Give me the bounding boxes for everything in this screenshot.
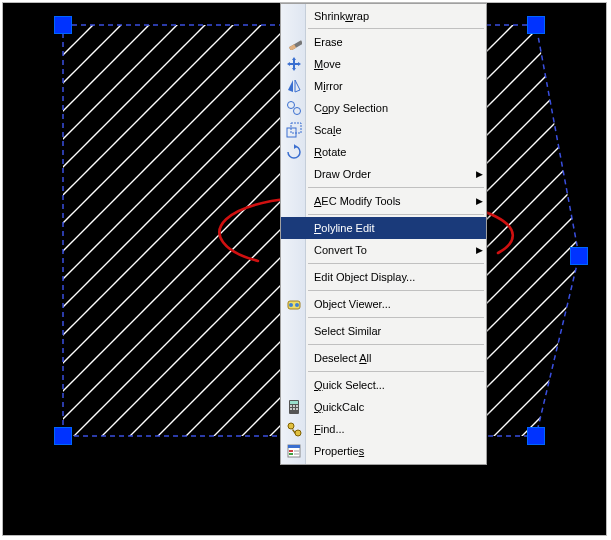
- drawing-viewport: Shrinkwrap Erase Move Mirror: [2, 2, 607, 536]
- grip-handle[interactable]: [527, 427, 545, 445]
- svg-point-11: [295, 303, 299, 307]
- copy-selection-icon: [281, 100, 306, 116]
- menu-label: Shrinkwrap: [306, 10, 486, 22]
- menu-label: Find...: [306, 423, 486, 435]
- menu-label: AEC Modify Tools: [306, 195, 472, 207]
- menu-copy-selection[interactable]: Copy Selection: [281, 97, 486, 119]
- menu-separator: [308, 187, 484, 188]
- menu-label: Polyline Edit: [306, 222, 486, 234]
- svg-rect-25: [289, 453, 293, 455]
- menu-separator: [308, 344, 484, 345]
- grip-handle[interactable]: [54, 16, 72, 34]
- menu-draw-order[interactable]: Draw Order ▶: [281, 163, 486, 185]
- svg-rect-13: [290, 401, 298, 404]
- menu-label: Deselect All: [306, 352, 486, 364]
- menu-move[interactable]: Move: [281, 53, 486, 75]
- properties-icon: [281, 443, 306, 459]
- context-menu-items: Shrinkwrap Erase Move Mirror: [281, 4, 486, 464]
- menu-label: Move: [306, 58, 486, 70]
- menu-label: Scale: [306, 124, 486, 136]
- menu-label: Rotate: [306, 146, 486, 158]
- svg-point-5: [287, 102, 294, 109]
- svg-point-21: [295, 430, 301, 436]
- menu-label: Quick Select...: [306, 379, 486, 391]
- scale-icon: [281, 122, 306, 138]
- mirror-icon: [281, 78, 306, 94]
- menu-label: Object Viewer...: [306, 298, 486, 310]
- find-icon: [281, 421, 306, 437]
- menu-rotate[interactable]: Rotate: [281, 141, 486, 163]
- svg-rect-19: [296, 408, 298, 410]
- menu-label: Copy Selection: [306, 102, 486, 114]
- menu-separator: [308, 214, 484, 215]
- svg-point-10: [289, 303, 293, 307]
- submenu-arrow-icon: ▶: [472, 196, 486, 206]
- svg-rect-14: [290, 405, 292, 407]
- menu-mirror[interactable]: Mirror: [281, 75, 486, 97]
- menu-label: Erase: [306, 36, 486, 48]
- grip-handle[interactable]: [570, 247, 588, 265]
- grip-handle[interactable]: [54, 427, 72, 445]
- menu-label: Properties: [306, 445, 486, 457]
- submenu-arrow-icon: ▶: [472, 169, 486, 179]
- svg-rect-23: [288, 445, 300, 448]
- menu-separator: [308, 263, 484, 264]
- menu-separator: [308, 317, 484, 318]
- svg-point-6: [293, 108, 300, 115]
- menu-label: Mirror: [306, 80, 486, 92]
- grip-handle[interactable]: [527, 16, 545, 34]
- svg-rect-24: [289, 450, 293, 452]
- menu-label: Edit Object Display...: [306, 271, 486, 283]
- svg-rect-15: [293, 405, 295, 407]
- menu-label: QuickCalc: [306, 401, 486, 413]
- svg-rect-26: [294, 450, 299, 452]
- svg-point-20: [288, 423, 294, 429]
- menu-separator: [308, 290, 484, 291]
- menu-scale[interactable]: Scale: [281, 119, 486, 141]
- menu-quickcalc[interactable]: QuickCalc: [281, 396, 486, 418]
- menu-quick-select[interactable]: Quick Select...: [281, 374, 486, 396]
- svg-rect-16: [296, 405, 298, 407]
- menu-select-similar[interactable]: Select Similar: [281, 320, 486, 342]
- menu-erase[interactable]: Erase: [281, 31, 486, 53]
- menu-aec-modify-tools[interactable]: AEC Modify Tools ▶: [281, 190, 486, 212]
- rotate-icon: [281, 144, 306, 160]
- context-menu: Shrinkwrap Erase Move Mirror: [280, 3, 487, 465]
- quickcalc-icon: [281, 399, 306, 415]
- menu-label: Select Similar: [306, 325, 486, 337]
- menu-edit-object-display[interactable]: Edit Object Display...: [281, 266, 486, 288]
- object-viewer-icon: [281, 296, 306, 312]
- menu-find[interactable]: Find...: [281, 418, 486, 440]
- menu-label: Convert To: [306, 244, 472, 256]
- menu-polyline-edit[interactable]: Polyline Edit: [281, 217, 486, 239]
- move-icon: [281, 56, 306, 72]
- svg-rect-27: [294, 453, 299, 455]
- submenu-arrow-icon: ▶: [472, 245, 486, 255]
- menu-properties[interactable]: Properties: [281, 440, 486, 462]
- erase-icon: [281, 34, 306, 50]
- svg-rect-17: [290, 408, 292, 410]
- menu-label: Draw Order: [306, 168, 472, 180]
- menu-shrinkwrap[interactable]: Shrinkwrap: [281, 6, 486, 26]
- menu-separator: [308, 371, 484, 372]
- menu-convert-to[interactable]: Convert To ▶: [281, 239, 486, 261]
- menu-deselect-all[interactable]: Deselect All: [281, 347, 486, 369]
- svg-rect-18: [293, 408, 295, 410]
- menu-separator: [308, 28, 484, 29]
- menu-object-viewer[interactable]: Object Viewer...: [281, 293, 486, 315]
